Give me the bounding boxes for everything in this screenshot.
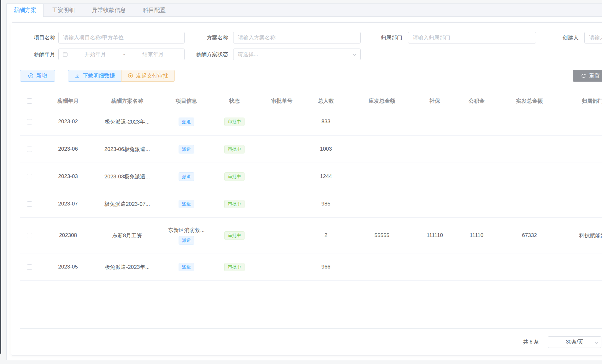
- cell-headcount: 833: [310, 108, 342, 136]
- circle-plus-icon: [28, 73, 33, 78]
- creator-input[interactable]: [584, 32, 602, 43]
- add-button-label: 新增: [36, 72, 47, 79]
- cell-headcount: 1003: [310, 136, 342, 163]
- chevron-down-icon: [352, 53, 357, 57]
- cell-social-security: [422, 136, 447, 163]
- filter-row-2: 薪酬年月 开始年月 - 结束年月 薪酬方案状态 请选择...: [11, 49, 361, 60]
- cell-gross-total: [342, 136, 422, 163]
- cell-status: 审批中: [215, 163, 253, 190]
- tab-abnormal-receipt[interactable]: 异常收款信息: [83, 4, 134, 16]
- reset-button[interactable]: 重置: [573, 70, 602, 82]
- status-tag: 审批中: [224, 263, 245, 271]
- cell-department: [553, 136, 602, 163]
- project-name-input[interactable]: [58, 32, 185, 43]
- row-checkbox[interactable]: [27, 264, 32, 270]
- cell-status: 审批中: [215, 136, 253, 163]
- cell-status: 审批中: [215, 190, 253, 218]
- col-approval-no: 审批单号: [253, 94, 310, 108]
- department-input[interactable]: [408, 32, 536, 43]
- table-header-row: 薪酬年月 薪酬方案名称 项目信息 状态 审批单号 总人数 应发总金额 社保 公积…: [20, 94, 602, 108]
- row-checkbox[interactable]: [27, 119, 32, 124]
- row-checkbox[interactable]: [27, 201, 32, 207]
- cell-housing-fund: [447, 108, 506, 136]
- cell-social-security: [422, 163, 447, 190]
- dispatch-tag: 派遣: [179, 236, 194, 245]
- cell-net-total: [506, 136, 553, 163]
- cell-status: 审批中: [215, 108, 253, 136]
- table-row: 2023-07极兔派遣2023-07...派遣审批中985: [20, 190, 602, 218]
- row-checkbox-cell: [20, 163, 39, 190]
- download-detail-button[interactable]: 下载明细数据: [68, 70, 121, 82]
- dispatch-tag: 派遣: [179, 263, 194, 271]
- row-checkbox[interactable]: [27, 174, 32, 179]
- row-checkbox[interactable]: [27, 147, 32, 152]
- plan-name-label: 方案名称: [188, 34, 228, 41]
- cell-social-security: 111110: [422, 218, 447, 253]
- tab-salary-detail[interactable]: 工资明细: [44, 4, 83, 16]
- dispatch-tag: 派遣: [179, 200, 194, 208]
- download-icon: [74, 73, 80, 78]
- tab-salary-plan[interactable]: 薪酬方案: [7, 4, 44, 17]
- cell-department: 科技赋能部: [553, 218, 602, 253]
- col-project-info: 项目信息: [157, 94, 215, 108]
- cell-net-total: [506, 253, 553, 281]
- cell-salary-month: 202308: [39, 218, 97, 253]
- cell-project-info: 东新区消防救...派遣: [157, 218, 215, 253]
- cell-net-total: [506, 190, 553, 218]
- select-all-checkbox[interactable]: [27, 98, 32, 104]
- status-tag: 审批中: [224, 172, 245, 181]
- cell-department: [553, 163, 602, 190]
- end-month-placeholder: 结束年月: [126, 51, 180, 58]
- cell-approval-no: [253, 163, 310, 190]
- status-tag: 审批中: [224, 231, 245, 240]
- plan-status-label: 薪酬方案状态: [188, 51, 228, 58]
- salary-plan-table: 薪酬年月 薪酬方案名称 项目信息 状态 审批单号 总人数 应发总金额 社保 公积…: [20, 94, 602, 281]
- add-button[interactable]: 新增: [20, 70, 55, 82]
- tab-subject-config[interactable]: 科目配置: [134, 4, 174, 16]
- cell-headcount: 1244: [310, 163, 342, 190]
- row-checkbox[interactable]: [27, 233, 32, 238]
- salary-month-label: 薪酬年月: [22, 51, 55, 58]
- initiate-payment-button[interactable]: 发起支付审批: [121, 70, 175, 82]
- pagination: 共 6 条 30条/页: [523, 336, 601, 348]
- cell-salary-month: 2023-07: [39, 190, 97, 218]
- cell-gross-total: [342, 108, 422, 136]
- cell-plan-name: 2023-06极兔派遣...: [97, 136, 157, 163]
- cell-project-info: 派遣: [157, 136, 215, 163]
- col-plan-name: 薪酬方案名称: [97, 94, 157, 108]
- page-size-select[interactable]: 30条/页: [548, 336, 601, 348]
- col-salary-month: 薪酬年月: [39, 94, 97, 108]
- creator-label: 创建人: [546, 34, 579, 41]
- cell-housing-fund: [447, 136, 506, 163]
- dispatch-tag: 派遣: [179, 145, 194, 153]
- start-month-placeholder: 开始年月: [68, 51, 123, 58]
- cell-salary-month: 2023-03: [39, 163, 97, 190]
- cell-plan-name: 极兔派遣-2023年...: [97, 108, 157, 136]
- range-separator: -: [123, 52, 126, 57]
- status-tag: 审批中: [224, 200, 245, 208]
- toolbar: 新增 下载明细数据 发起支付审批: [20, 70, 175, 82]
- refresh-icon: [581, 73, 586, 78]
- row-checkbox-cell: [20, 218, 39, 253]
- reset-button-label: 重置: [589, 72, 600, 79]
- total-count: 共 6 条: [523, 339, 539, 345]
- salary-month-range-picker[interactable]: 开始年月 - 结束年月: [58, 49, 185, 60]
- tab-bar: 薪酬方案 工资明细 异常收款信息 科目配置: [7, 4, 602, 17]
- col-department: 归属部门: [553, 94, 602, 108]
- cell-social-security: [422, 253, 447, 281]
- table-row: 2023-062023-06极兔派遣...派遣审批中1003: [20, 136, 602, 163]
- cell-plan-name: 极兔派遣-2023年...: [97, 253, 157, 281]
- status-tag: 审批中: [224, 145, 245, 153]
- cell-gross-total: [342, 190, 422, 218]
- filter-row-1: 项目名称 方案名称 归属部门 创建人: [11, 32, 602, 43]
- cell-gross-total: [342, 253, 422, 281]
- cell-project-info: 派遣: [157, 190, 215, 218]
- cell-social-security: [422, 190, 447, 218]
- cell-net-total: 67332: [506, 218, 553, 253]
- table-row: 202308东新8月工资东新区消防救...派遣审批中25555511111011…: [20, 218, 602, 253]
- cell-department: [553, 190, 602, 218]
- table-row: 2023-05极兔派遣-2023年...派遣审批中966: [20, 253, 602, 281]
- plan-name-input[interactable]: [233, 32, 361, 43]
- cell-approval-no: [253, 136, 310, 163]
- plan-status-select[interactable]: 请选择...: [233, 49, 361, 60]
